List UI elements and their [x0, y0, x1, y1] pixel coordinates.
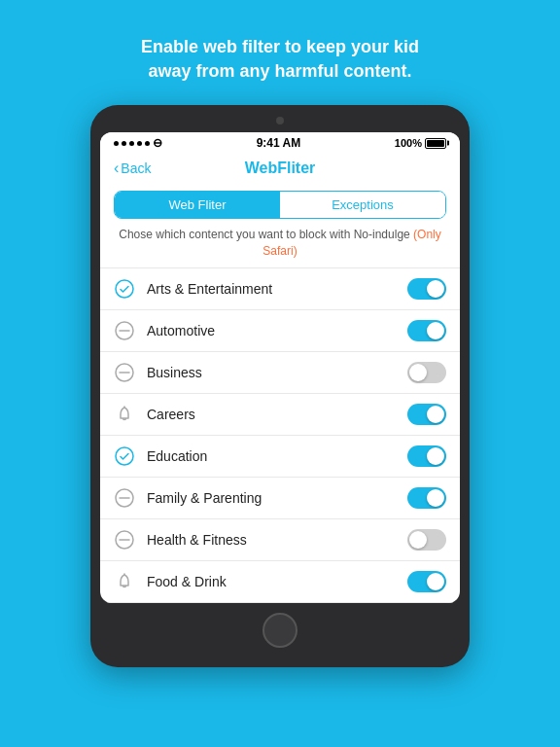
- list-item: Education: [100, 436, 460, 478]
- description-text: Chose which contenct you want to block w…: [119, 228, 413, 241]
- filter-item-label: Automotive: [147, 323, 407, 338]
- back-label: Back: [121, 160, 151, 176]
- toggle-switch[interactable]: [407, 278, 446, 300]
- page-title: WebFliter: [245, 160, 316, 177]
- slash-circle-icon: [114, 487, 135, 509]
- battery-label: 100%: [395, 137, 422, 149]
- toggle-switch[interactable]: [407, 487, 446, 509]
- check-circle-icon: [114, 445, 135, 467]
- bell-icon: [114, 404, 135, 425]
- status-time: 9:41 AM: [257, 136, 301, 150]
- list-item: Arts & Entertainment: [100, 268, 460, 310]
- tablet-camera: [276, 117, 284, 124]
- status-signal: ⊖: [114, 136, 162, 150]
- toggle-switch[interactable]: [407, 404, 446, 425]
- tablet-screen: ⊖ 9:41 AM 100% ‹ Back WebFliter Web Flit…: [100, 132, 460, 603]
- list-item: Family & Parenting: [100, 478, 460, 519]
- filter-item-label: Health & Fitness: [147, 532, 407, 548]
- toggle-switch[interactable]: [407, 320, 446, 341]
- back-button[interactable]: ‹ Back: [114, 160, 151, 177]
- slash-circle-icon: [114, 529, 135, 551]
- filter-item-label: Careers: [147, 407, 407, 422]
- filter-description: Chose which contenct you want to block w…: [114, 227, 446, 260]
- list-item: Food & Drink: [100, 561, 460, 603]
- home-button[interactable]: [262, 613, 298, 648]
- filter-item-label: Arts & Entertainment: [147, 281, 407, 297]
- toggle-switch[interactable]: [407, 571, 446, 592]
- headline: Enable web filter to keep your kid away …: [102, 35, 458, 84]
- back-chevron-icon: ‹: [114, 160, 119, 177]
- filter-item-label: Food & Drink: [147, 574, 407, 589]
- svg-point-6: [116, 447, 133, 465]
- toggle-switch[interactable]: [407, 445, 446, 467]
- status-bar: ⊖ 9:41 AM 100%: [100, 132, 460, 154]
- filter-list: Arts & Entertainment Automotive Business…: [100, 267, 460, 603]
- slash-circle-icon: [114, 320, 135, 341]
- bell-icon: [114, 571, 135, 592]
- filter-item-label: Business: [147, 365, 407, 380]
- segment-control: Web Fliter Exceptions: [114, 191, 446, 219]
- tab-exceptions[interactable]: Exceptions: [280, 192, 445, 218]
- filter-item-label: Family & Parenting: [147, 490, 407, 506]
- tablet-frame: ⊖ 9:41 AM 100% ‹ Back WebFliter Web Flit…: [90, 105, 470, 667]
- list-item: Careers: [100, 394, 460, 436]
- wifi-icon: ⊖: [153, 136, 162, 150]
- toggle-switch[interactable]: [407, 529, 446, 551]
- nav-bar: ‹ Back WebFliter: [100, 154, 460, 183]
- slash-circle-icon: [114, 362, 135, 383]
- tab-web-filter[interactable]: Web Fliter: [115, 192, 280, 218]
- status-battery-area: 100%: [395, 137, 446, 149]
- check-circle-icon: [114, 278, 135, 300]
- list-item: Business: [100, 352, 460, 394]
- filter-item-label: Education: [147, 448, 407, 464]
- svg-point-0: [116, 280, 133, 298]
- list-item: Health & Fitness: [100, 519, 460, 561]
- battery-icon: [425, 138, 446, 149]
- toggle-switch[interactable]: [407, 362, 446, 383]
- list-item: Automotive: [100, 310, 460, 352]
